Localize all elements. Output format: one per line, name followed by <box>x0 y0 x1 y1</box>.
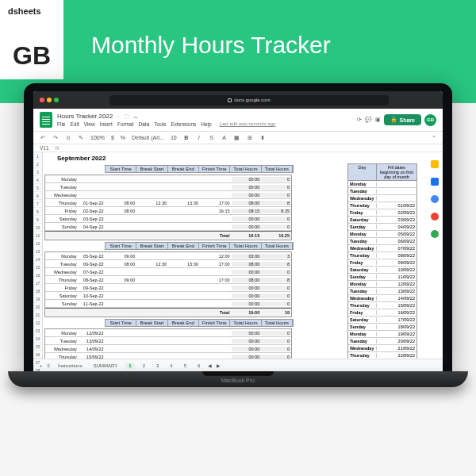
laptop-base: MacBook Pro <box>8 371 468 387</box>
tab-5[interactable]: 5 <box>181 363 190 369</box>
fill-icon[interactable]: ▦ <box>234 135 240 141</box>
merge-icon[interactable]: ⬍ <box>259 135 266 141</box>
doc-title[interactable]: Hours Tracker 2022 <box>57 113 113 120</box>
menu-insert[interactable]: Insert <box>100 121 113 127</box>
size-select[interactable]: 10 <box>171 135 177 140</box>
percent-icon[interactable]: % <box>121 135 125 140</box>
sheet-tabs: + ≡ Instructions SUMMARY 1 2 3 4 5 6 ◀ ▶ <box>33 359 443 371</box>
month-title: September 2022 <box>57 155 106 162</box>
tab-3[interactable]: 3 <box>153 363 162 369</box>
grid[interactable]: September 2022 Start TimeBreak StartBrea… <box>43 152 443 359</box>
italic-icon[interactable]: I <box>196 135 202 140</box>
menu-help[interactable]: Help <box>201 121 211 127</box>
zoom-select[interactable]: 100% <box>90 135 105 140</box>
scroll-left-icon[interactable]: ◀ <box>208 363 212 368</box>
keep-icon[interactable] <box>431 160 439 168</box>
menu-file[interactable]: File <box>57 121 65 127</box>
sheets-icon[interactable] <box>40 112 52 128</box>
last-edit[interactable]: Last edit was seconds ago <box>220 121 276 127</box>
print-icon[interactable]: ⎙ <box>65 135 71 140</box>
maps-icon[interactable] <box>431 230 439 238</box>
undo-icon[interactable]: ↶ <box>40 135 46 141</box>
menu-bar: File Edit View Insert Format Data Tools … <box>57 121 352 127</box>
meet-icon[interactable]: ▣ <box>375 117 381 123</box>
scroll-right-icon[interactable]: ▶ <box>217 363 221 368</box>
minimize-icon[interactable] <box>47 98 52 102</box>
menu-view[interactable]: View <box>84 121 95 127</box>
browser-chrome: docs.google.com <box>33 91 443 109</box>
text-color-icon[interactable]: A <box>221 135 228 140</box>
brand-tag: dsheets <box>0 0 63 32</box>
sheet-area[interactable]: 1234567891011121314151617181920212223242… <box>33 152 443 359</box>
close-icon[interactable] <box>40 98 44 102</box>
lock-icon <box>228 98 232 102</box>
menu-tools[interactable]: Tools <box>154 121 166 127</box>
expand-icon[interactable]: ⌃ <box>432 135 436 141</box>
tasks-icon[interactable] <box>431 195 439 203</box>
fx-icon: fx <box>56 145 60 151</box>
url-text: docs.google.com <box>234 98 270 102</box>
currency-icon[interactable]: $ <box>111 135 114 140</box>
star-icon[interactable]: ☆ <box>116 113 121 120</box>
menu-edit[interactable]: Edit <box>70 121 79 127</box>
hero-title: Monthly Hours Tracker <box>91 32 331 59</box>
tab-4[interactable]: 4 <box>167 363 175 369</box>
side-panel-icons <box>428 160 441 238</box>
tab-1[interactable]: 1 <box>125 363 134 369</box>
font-select[interactable]: Default (Ari... <box>132 135 164 140</box>
bold-icon[interactable]: B <box>183 135 190 140</box>
tab-6[interactable]: 6 <box>194 363 203 369</box>
borders-icon[interactable]: ⊞ <box>247 135 253 141</box>
menu-data[interactable]: Data <box>139 121 150 127</box>
maximize-icon[interactable] <box>54 98 59 102</box>
history-icon[interactable]: ⟳ <box>357 117 362 123</box>
calendar-icon[interactable] <box>431 178 439 186</box>
strike-icon[interactable]: S <box>209 135 215 140</box>
url-bar[interactable]: docs.google.com <box>109 95 389 106</box>
add-sheet-icon[interactable]: + <box>40 363 43 368</box>
share-button[interactable]: 🔒 Share <box>384 114 421 125</box>
tab-summary[interactable]: SUMMARY <box>90 363 121 369</box>
toolbar: ↶ ↷ ⎙ ✎ 100% $ % Default (Ari... 10 B I … <box>33 132 443 144</box>
window-controls[interactable] <box>40 98 59 102</box>
menu-format[interactable]: Format <box>117 121 134 127</box>
avatar[interactable]: GB <box>424 114 436 126</box>
comment-icon[interactable]: 💬 <box>365 117 372 123</box>
name-box-row: V11 fx <box>33 144 443 152</box>
brand-logo: GB <box>0 32 63 79</box>
row-headers: 1234567891011121314151617181920212223242… <box>33 152 43 359</box>
cloud-icon[interactable]: ☁ <box>132 113 138 120</box>
lock-icon: 🔒 <box>390 117 397 123</box>
all-sheets-icon[interactable]: ≡ <box>48 363 51 368</box>
menu-extensions[interactable]: Extensions <box>171 121 196 127</box>
tab-2[interactable]: 2 <box>140 363 148 369</box>
name-box[interactable]: V11 <box>40 145 49 151</box>
contacts-icon[interactable] <box>431 213 439 221</box>
redo-icon[interactable]: ↷ <box>52 135 59 141</box>
tab-instructions[interactable]: Instructions <box>55 363 86 369</box>
move-icon[interactable]: ▢ <box>124 113 129 120</box>
laptop-mockup: docs.google.com Hours Tracker 2022 ☆ ▢ ☁… <box>24 83 452 387</box>
paint-icon[interactable]: ✎ <box>78 135 84 141</box>
doc-header: Hours Tracker 2022 ☆ ▢ ☁ File Edit View … <box>33 109 443 132</box>
